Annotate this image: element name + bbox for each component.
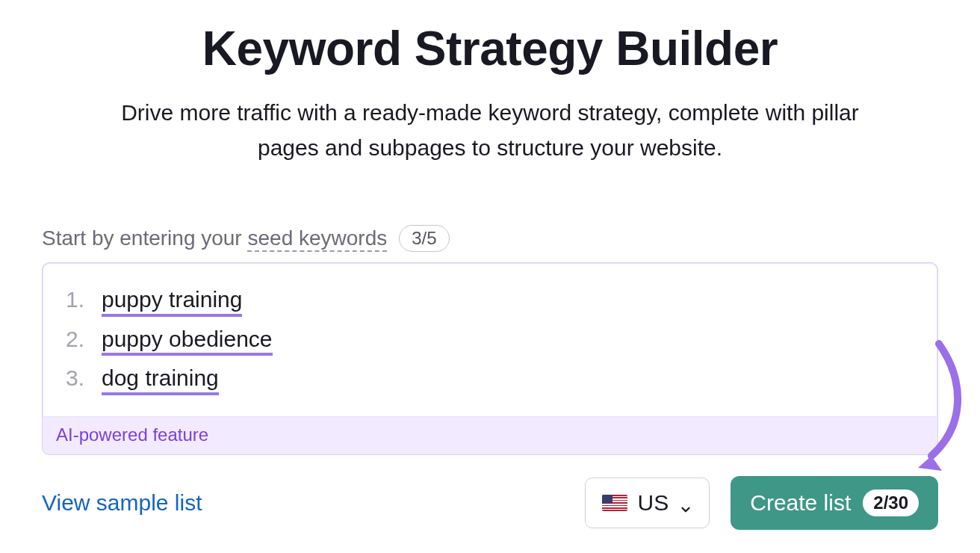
keyword-input-wrap: 1. puppy training 2. puppy obedience 3. … <box>42 262 938 455</box>
keyword-input[interactable]: 1. puppy training 2. puppy obedience 3. … <box>43 263 937 417</box>
chevron-down-icon <box>679 496 692 510</box>
page-title: Keyword Strategy Builder <box>42 22 938 75</box>
keyword-number: 1. <box>66 282 87 318</box>
create-list-button[interactable]: Create list 2/30 <box>731 476 938 530</box>
keyword-text[interactable]: puppy obedience <box>102 325 273 356</box>
seed-count-pill: 3/5 <box>399 225 449 252</box>
right-actions: US Create list 2/30 <box>585 476 938 530</box>
list-item: 1. puppy training <box>66 282 914 321</box>
page-subtitle: Drive more traffic with a ready-made key… <box>102 96 878 165</box>
seed-prompt-row: Start by entering your seed keywords 3/5 <box>42 225 938 252</box>
seed-keywords-term: seed keywords <box>247 226 387 252</box>
create-list-count: 2/30 <box>863 489 919 516</box>
actions-row: View sample list US Create list 2/30 <box>42 476 938 530</box>
keyword-list: 1. puppy training 2. puppy obedience 3. … <box>66 282 914 400</box>
country-code: US <box>638 490 669 516</box>
keyword-text[interactable]: dog training <box>102 364 219 395</box>
list-item: 2. puppy obedience <box>66 321 914 361</box>
keyword-number: 3. <box>66 360 87 396</box>
keyword-text[interactable]: puppy training <box>102 285 242 317</box>
view-sample-link[interactable]: View sample list <box>42 490 202 516</box>
seed-prompt-text: Start by entering your seed keywords <box>42 226 387 250</box>
keyword-number: 2. <box>66 321 87 357</box>
seed-prompt-prefix: Start by entering your <box>42 226 247 250</box>
list-item: 3. dog training <box>66 360 914 400</box>
create-list-label: Create list <box>750 490 851 516</box>
us-flag-icon <box>602 495 627 511</box>
country-select[interactable]: US <box>585 478 710 528</box>
ai-feature-label: AI-powered feature <box>43 417 937 454</box>
